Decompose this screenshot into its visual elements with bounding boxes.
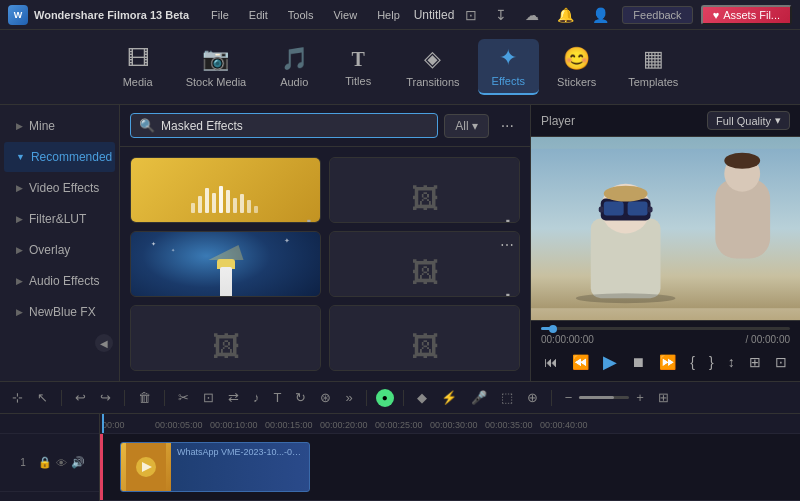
window-icon-4[interactable]: 🔔 [552, 5, 579, 25]
sidebar-recommended-label: Recommended [31, 150, 112, 164]
tool-effects-label: Effects [492, 75, 525, 87]
menu-tools[interactable]: Tools [280, 7, 322, 23]
feedback-button[interactable]: Feedback [622, 6, 692, 24]
tool-stickers[interactable]: 😊 Stickers [543, 40, 610, 94]
search-input-wrap[interactable]: 🔍 [130, 113, 438, 138]
sidebar-item-newblue-fx[interactable]: ▶ NewBlue FX [4, 297, 115, 327]
in-point-button[interactable]: { [688, 352, 697, 372]
redo-button[interactable]: ↪ [96, 388, 115, 407]
audio-button[interactable]: ♪ [249, 388, 264, 407]
tool-audio[interactable]: 🎵 Audio [264, 40, 324, 94]
rotate-button[interactable]: ↻ [291, 388, 310, 407]
menu-file[interactable]: File [203, 7, 237, 23]
delete-button[interactable]: 🗑 [134, 388, 155, 407]
filter-all-button[interactable]: All ▾ [444, 114, 488, 138]
download-icon[interactable]: ⬇ [303, 217, 315, 223]
sidebar-item-filter-lut[interactable]: ▶ Filter&LUT [4, 204, 115, 234]
sidebar-item-audio-effects[interactable]: ▶ Audio Effects [4, 266, 115, 296]
quality-select[interactable]: Full Quality ▾ [707, 111, 790, 130]
audio-track-button[interactable]: 🎤 [467, 388, 491, 407]
snap-button[interactable]: ⊕ [523, 388, 542, 407]
next-frame-button[interactable]: ⏩ [657, 352, 678, 372]
split-button[interactable]: ↕ [726, 352, 737, 372]
cut-button[interactable]: ✂ [174, 388, 193, 407]
sidebar-item-overlay[interactable]: ▶ Overlay [4, 235, 115, 265]
zoom-in-icon[interactable]: + [632, 388, 648, 407]
menu-edit[interactable]: Edit [241, 7, 276, 23]
text-button[interactable]: T [270, 388, 286, 407]
prev-frame-button[interactable]: ⏪ [570, 352, 591, 372]
zoom-out-icon[interactable]: − [561, 388, 577, 407]
progress-bar[interactable] [541, 327, 790, 330]
effects-timeline-button[interactable]: ⊛ [316, 388, 335, 407]
sidebar-overlay-label: Overlay [29, 243, 70, 257]
tool-stock-media[interactable]: 📷 Stock Media [172, 40, 261, 94]
sidebar-collapse-button[interactable]: ◀ [95, 334, 113, 352]
project-title: Untitled [412, 8, 457, 22]
sidebar-item-mine[interactable]: ▶ Mine [4, 111, 115, 141]
svg-rect-2 [205, 188, 209, 213]
play-button[interactable]: ▶ [601, 349, 619, 375]
sidebar-audio-label: Audio Effects [29, 274, 100, 288]
transform-button[interactable]: ⇄ [224, 388, 243, 407]
ruler-label-0: 00:00 [102, 420, 125, 430]
video-clip[interactable]: WhatsApp VME-2023-10...-08:35_4b2f4... [120, 442, 310, 492]
zoom-slider[interactable]: − + [561, 388, 648, 407]
window-icon-1[interactable]: ⊡ [460, 5, 482, 25]
lock-icon[interactable]: 🔒 [38, 456, 52, 469]
effect-card-warm-family[interactable]: 🖼 ⬇ ⋯ Warm Family 01 [329, 231, 520, 297]
effects-icon: ✦ [499, 45, 517, 71]
window-icon-2[interactable]: ↧ [490, 5, 512, 25]
more-icon[interactable]: ⋯ [500, 237, 514, 253]
more-options-button[interactable]: ··· [495, 115, 520, 137]
track-start-marker [100, 434, 103, 500]
download-icon[interactable]: ⬇ [502, 291, 514, 297]
menu-view[interactable]: View [325, 7, 365, 23]
timeline-tool-select[interactable]: ⊹ [8, 388, 27, 407]
tool-effects[interactable]: ✦ Effects [478, 39, 539, 95]
add-icon[interactable]: ⊕ [136, 368, 145, 371]
split-clip-button[interactable]: ⚡ [437, 388, 461, 407]
undo-button[interactable]: ↩ [71, 388, 90, 407]
speed-button[interactable]: » [341, 388, 356, 407]
effect-card-image-mask[interactable]: ✦ ✦ ✦ Image Mask [130, 231, 321, 297]
effect-card-audio-visualizer[interactable]: ⬇ Audio Visualizer Glow [130, 157, 321, 223]
tool-templates[interactable]: ▦ Templates [614, 40, 692, 94]
sidebar-item-recommended[interactable]: ▼ Recommended [4, 142, 115, 172]
timeline-tool-pointer[interactable]: ↖ [33, 388, 52, 407]
eye-icon[interactable]: 👁 [56, 457, 67, 469]
tool-media[interactable]: 🎞 Media [108, 40, 168, 94]
stop-button[interactable]: ⏹ [629, 352, 647, 372]
search-input[interactable] [161, 119, 429, 133]
window-icon-3[interactable]: ☁ [520, 5, 544, 25]
tool-audio-label: Audio [280, 76, 308, 88]
effect-card-row3a[interactable]: 🖼 ⊕ [130, 305, 321, 371]
download-icon[interactable]: ⬇ [502, 217, 514, 223]
menu-help[interactable]: Help [369, 7, 408, 23]
zoom-track[interactable] [579, 396, 629, 399]
captions-button[interactable]: ⬚ [497, 388, 517, 407]
separator [366, 390, 367, 406]
crop-button[interactable]: ⊡ [199, 388, 218, 407]
assets-button[interactable]: ♥ Assets Fil... [701, 5, 792, 25]
tool-titles[interactable]: T Titles [328, 42, 388, 93]
track-1-content: WhatsApp VME-2023-10...-08:35_4b2f4... [100, 434, 800, 501]
effects-grid: ⬇ Audio Visualizer Glow 🖼 ⬇ Light Effect… [120, 147, 530, 381]
sidebar-item-video-effects[interactable]: ▶ Video Effects [4, 173, 115, 203]
svg-rect-3 [212, 193, 216, 213]
record-button[interactable]: ● [376, 389, 394, 407]
fullscreen-button[interactable]: ⊞ [747, 352, 763, 372]
out-point-button[interactable]: } [707, 352, 716, 372]
window-icon-5[interactable]: 👤 [587, 5, 614, 25]
effect-card-row3b[interactable]: 🖼 [329, 305, 520, 371]
marker-button[interactable]: ◆ [413, 388, 431, 407]
effect-card-light-effect-18[interactable]: 🖼 ⬇ Light Effect 18 [329, 157, 520, 223]
chevron-down-icon: ▾ [472, 119, 478, 133]
settings-button[interactable]: ⊡ [773, 352, 789, 372]
rewind-button[interactable]: ⏮ [542, 352, 560, 372]
svg-rect-20 [648, 207, 653, 213]
speaker-icon[interactable]: 🔊 [71, 456, 85, 469]
tool-transitions[interactable]: ◈ Transitions [392, 40, 473, 94]
track-icons: 🔒 👁 🔊 [38, 456, 85, 469]
add-track-button[interactable]: ⊞ [654, 388, 673, 407]
